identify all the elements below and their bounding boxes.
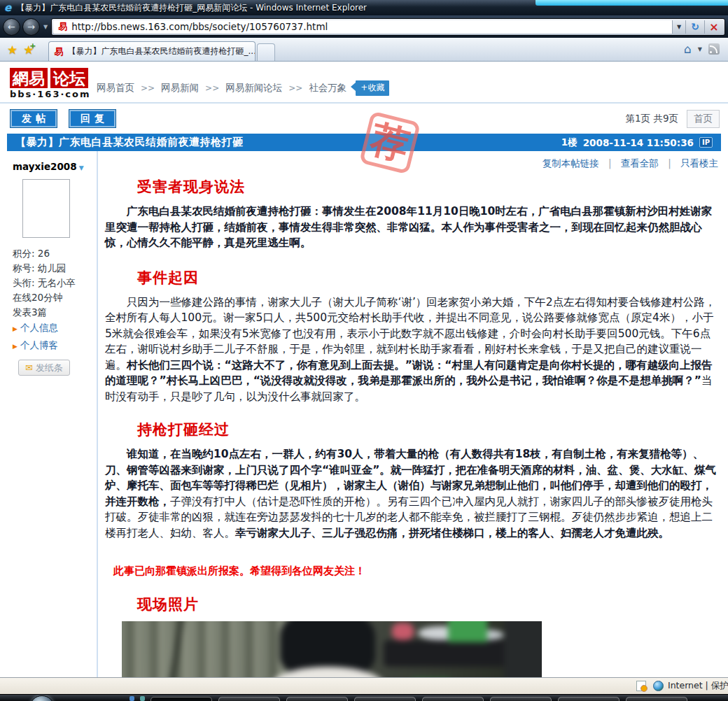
breadcrumb-item-home[interactable]: 网易首页 — [97, 82, 134, 94]
site-favicon-icon: 易 — [58, 20, 67, 33]
section-heading-cause: 事件起因 — [137, 268, 720, 288]
stop-icon: × — [709, 20, 718, 34]
status-bar: Internet | 保护模式 — [0, 677, 728, 694]
site-header: 網易 论坛 bbs·163·com 网易首页 >> 网易新闻 >> 网易新闻论坛… — [0, 62, 728, 102]
section-heading-victim: 受害者现身说法 — [137, 177, 720, 197]
breadcrumb-item-society[interactable]: 社会万象 — [309, 82, 346, 94]
window-titlebar: e 【暴力】广东电白县某农民结婚前夜遭持枪打砸_网易新闻论坛 - Windows… — [0, 0, 728, 15]
breadcrumb-separator: >> — [141, 83, 155, 93]
navigation-bar: ← → ▼ 易 http://bbs.news.163.com/bbs/soci… — [0, 15, 728, 38]
paragraph-victim: 广东电白县某农民结婚前夜遭持枪打砸：事情发生在2008年11月10日晚10时左右… — [105, 204, 720, 251]
breadcrumb-separator: >> — [288, 83, 302, 93]
link-text: 个人博客 — [20, 339, 58, 350]
home-icon[interactable]: ⌂ — [684, 42, 692, 56]
taskbar-button[interactable] — [626, 697, 687, 701]
page-viewport: 網易 论坛 bbs·163·com 网易首页 >> 网易新闻 >> 网易新闻论坛… — [0, 62, 728, 677]
taskbar-button[interactable] — [558, 697, 620, 701]
forum-toolbar: 发帖 回复 第1页 共9页 首页 — [0, 104, 728, 132]
stop-button[interactable]: × — [704, 20, 723, 34]
first-page-button[interactable]: 首页 — [687, 110, 720, 128]
reply-button[interactable]: 回复 — [69, 109, 116, 128]
tab-bar: ★ ★+ 易 【暴力】广东电白县某农民结婚前夜遭持枪打砸_... ⌂ ▼ — [0, 38, 728, 62]
author-stat-title: 头衔: 无名小卒 — [13, 276, 97, 290]
new-tab-stub[interactable] — [257, 43, 275, 61]
photo-blur-layer — [122, 621, 542, 677]
start-button[interactable] — [29, 695, 55, 701]
bullet-icon: ▶ — [13, 343, 18, 350]
taskbar-button[interactable] — [286, 697, 348, 701]
paragraph-attack: 谁知道，在当晚约10点左右，一群人，约有30人，带着大量的枪（有人数得共有18枝… — [105, 446, 720, 541]
breadcrumb-item-news[interactable]: 网易新闻 — [161, 82, 199, 94]
refresh-icon: ↻ — [691, 21, 699, 32]
paragraph-cause: 只因为一些修建公路的事情，谢家大儿子（谢大儿子简称‘谢’）回老家贺小弟大婚，下午… — [105, 295, 720, 405]
glass-highlight — [536, 0, 728, 6]
ie-logo-icon: e — [4, 1, 11, 14]
logo-netease: 網易 — [10, 68, 48, 88]
section-heading-photos: 现场照片 — [137, 595, 720, 614]
internet-zone-globe-icon — [653, 681, 664, 691]
cause-text-quote: 村长他们三四个说：“这路大不了，你有意见到上面去提。”谢说：“村里人有问题肯定是… — [105, 359, 713, 388]
sidebar-link-blog[interactable]: ▶个人博客 — [13, 337, 97, 355]
copy-link-action[interactable]: 复制本帖链接 — [542, 157, 599, 169]
forward-button[interactable]: → — [22, 18, 40, 36]
taskbar-button[interactable] — [150, 697, 212, 701]
breadcrumb: 网易首页 >> 网易新闻 >> 网易新闻论坛 >> 社会万象 +收藏 — [97, 80, 389, 96]
add-favorite-icon[interactable]: ★+ — [23, 43, 34, 57]
browser-tab[interactable]: 易 【暴力】广东电白县某农民结婚前夜遭持枪打砸_... — [48, 41, 255, 61]
breadcrumb-item-news-forum[interactable]: 网易新闻论坛 — [225, 82, 282, 94]
refresh-button[interactable]: ↻ — [685, 20, 704, 34]
author-username[interactable]: mayxie2008▼ — [13, 161, 97, 172]
taskbar-button[interactable] — [354, 697, 416, 701]
username-text: mayxie2008 — [13, 161, 77, 172]
url-text: http://bbs.news.163.com/bbs/society/1057… — [71, 21, 328, 32]
author-sidebar: mayxie2008▼ 积分: 26 称号: 幼儿园 头衔: 无名小卒 在线20… — [0, 151, 98, 677]
scene-photo — [122, 621, 542, 677]
address-input[interactable]: 易 http://bbs.news.163.com/bbs/society/10… — [53, 20, 672, 34]
send-message-button[interactable]: ✉ 发纸条 — [18, 360, 70, 376]
page-info: 第1页 共9页 — [626, 113, 678, 125]
taskbar-button[interactable] — [490, 697, 552, 701]
floor-number: 1楼 — [561, 136, 578, 149]
action-separator: | — [608, 157, 612, 169]
bullet-icon: ▶ — [13, 325, 18, 332]
envelope-icon: ✉ — [25, 362, 33, 373]
post-timestamp: 2008-11-14 11:50:36 — [583, 137, 694, 148]
author-only-action[interactable]: 只看楼主 — [680, 157, 718, 169]
address-dropdown-icon[interactable]: ▼ — [672, 20, 685, 34]
quick-launch-icon[interactable] — [130, 696, 134, 701]
ip-badge[interactable]: IP — [699, 137, 713, 148]
back-button[interactable]: ← — [3, 18, 20, 36]
section-heading-attack: 持枪打砸经过 — [137, 420, 720, 439]
taskbar-button[interactable] — [218, 697, 280, 701]
logo-forum: 论坛 — [50, 68, 88, 88]
link-text: 个人信息 — [20, 322, 58, 333]
post-title: 【暴力】广东电白县某农民结婚前夜遭持枪打砸 — [15, 136, 244, 149]
quick-launch-icon[interactable] — [140, 696, 145, 701]
attack-text-c: 幸亏谢家大儿子、三儿子强忍伤痛，拼死堵住楼梯口，楼上的客人、妇孺老人才免遭此殃。 — [235, 527, 669, 539]
tab-favicon-icon: 易 — [55, 45, 64, 58]
rss-feed-icon[interactable] — [708, 43, 720, 55]
taskbar-button[interactable] — [422, 697, 484, 701]
author-stat-online: 在线20分钟 — [13, 290, 97, 305]
favorites-star-icon[interactable]: ★ — [7, 43, 18, 57]
author-stat-posts: 发表3篇 — [13, 305, 97, 320]
plus-icon: + — [29, 41, 36, 50]
sidebar-link-profile[interactable]: ▶个人信息 — [13, 320, 97, 337]
report-notice: 此事已向那霍镇派出所报案。希望得到各位网友关注！ — [113, 565, 720, 578]
new-post-button[interactable]: 发帖 — [10, 109, 57, 128]
chevron-down-icon: ▼ — [79, 164, 84, 171]
tab-title: 【暴力】广东电白县某农民结婚前夜遭持枪打砸_... — [68, 45, 255, 57]
add-favorite-badge[interactable]: +收藏 — [356, 80, 389, 96]
security-zone-text: Internet | 保护模式 — [668, 680, 728, 692]
home-dropdown-icon[interactable]: ▼ — [698, 46, 702, 52]
post-content: 复制本帖链接 | 查看全部 | 只看楼主 受害者现身说法 广东电白县某农民结婚前… — [98, 151, 728, 677]
page-warning-icon — [636, 681, 646, 691]
breadcrumb-separator: >> — [205, 83, 219, 93]
action-separator: | — [668, 157, 671, 169]
author-stat-points: 积分: 26 — [13, 246, 97, 261]
button-text: 发纸条 — [36, 362, 63, 374]
window-title: 【暴力】广东电白县某农民结婚前夜遭持枪打砸_网易新闻论坛 - Windows I… — [16, 2, 367, 14]
history-dropdown-icon[interactable]: ▼ — [43, 24, 48, 30]
author-stat-rank: 称号: 幼儿园 — [13, 261, 97, 276]
view-all-action[interactable]: 查看全部 — [621, 157, 659, 169]
